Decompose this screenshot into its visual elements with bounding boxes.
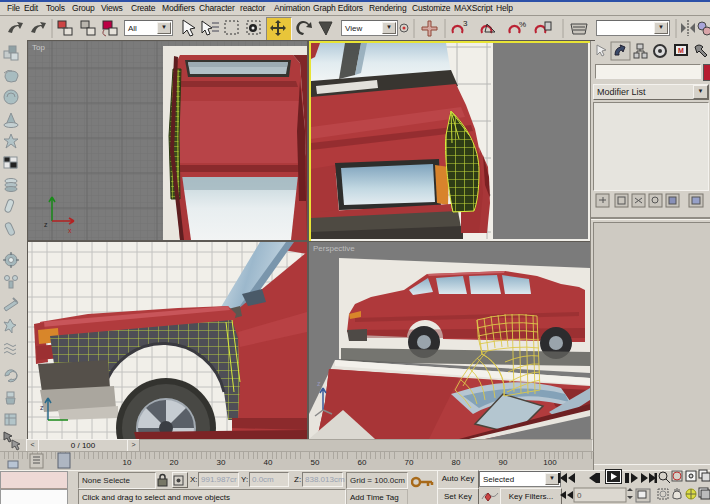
svg-text:0: 0	[577, 491, 582, 500]
svg-text:100: 100	[543, 458, 557, 467]
svg-text:60: 60	[358, 458, 367, 467]
svg-text:z: z	[317, 380, 321, 387]
svg-text:50: 50	[311, 458, 320, 467]
svg-text:x: x	[68, 227, 72, 234]
svg-text:M: M	[678, 47, 684, 54]
svg-text:90: 90	[499, 458, 508, 467]
svg-text:80: 80	[452, 458, 461, 467]
svg-text:z: z	[40, 404, 44, 411]
svg-text:70: 70	[405, 458, 414, 467]
svg-text:30: 30	[217, 458, 226, 467]
svg-text:%: %	[519, 20, 526, 29]
svg-text:10: 10	[123, 458, 132, 467]
svg-text:3: 3	[463, 19, 468, 28]
svg-text:40: 40	[264, 458, 273, 467]
svg-text:20: 20	[170, 458, 179, 467]
svg-text:z: z	[44, 221, 48, 228]
